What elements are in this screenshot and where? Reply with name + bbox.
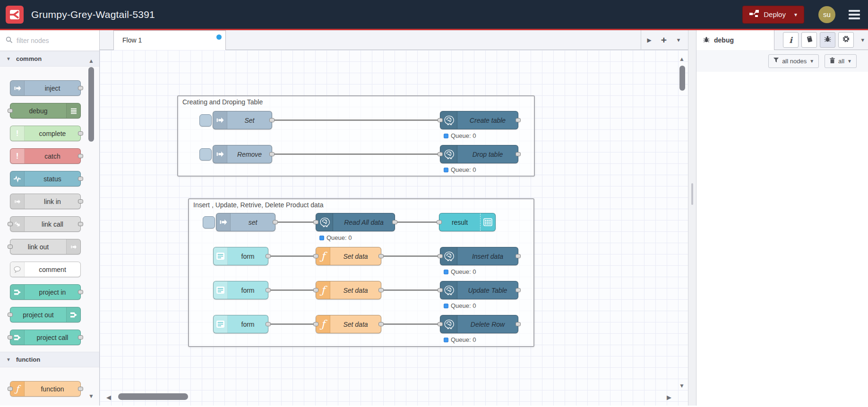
port-out[interactable] <box>516 288 521 292</box>
postgres-node-update-table[interactable]: Update Table <box>440 281 518 299</box>
deploy-button[interactable]: Deploy ▾ <box>742 6 804 24</box>
port-out[interactable] <box>269 118 275 122</box>
port-out[interactable] <box>516 152 521 156</box>
wire[interactable] <box>381 323 440 325</box>
palette-node-function[interactable]: ƒ function <box>10 381 81 397</box>
palette-node-project-out[interactable]: project out <box>10 307 81 322</box>
palette-node-catch[interactable]: ! catch <box>10 148 81 164</box>
port-in[interactable] <box>438 254 443 258</box>
debug-panel-button[interactable] <box>820 32 835 48</box>
port-in[interactable] <box>8 313 13 317</box>
wire[interactable] <box>272 119 440 121</box>
debug-clear-button[interactable]: all ▼ <box>825 54 857 68</box>
form-node[interactable]: form <box>213 247 268 265</box>
port-out[interactable] <box>516 118 521 122</box>
port-out[interactable] <box>392 220 397 224</box>
flow-list-caret-icon[interactable]: ▾ <box>672 30 685 50</box>
palette-scrollbar-thumb[interactable] <box>88 67 94 142</box>
port-in[interactable] <box>438 152 443 156</box>
port-out[interactable] <box>78 290 83 294</box>
wire[interactable] <box>268 323 316 325</box>
palette-category-function[interactable]: ▼ function <box>0 352 99 367</box>
wire[interactable] <box>268 255 316 257</box>
add-flow-button[interactable]: + <box>657 30 670 50</box>
function-node-set-data[interactable]: ƒ Set data <box>316 247 381 265</box>
postgres-node-read-all-data[interactable]: Read All data <box>316 213 395 231</box>
deploy-options-caret-icon[interactable]: ▾ <box>794 11 797 18</box>
wire[interactable] <box>272 153 440 155</box>
help-panel-button[interactable] <box>801 32 817 48</box>
sidebar-options-caret-icon[interactable]: ▾ <box>861 36 864 43</box>
sidebar-resize-separator[interactable] <box>688 30 696 406</box>
port-in[interactable] <box>8 109 13 113</box>
form-node[interactable]: form <box>213 281 268 299</box>
port-out[interactable] <box>266 288 271 292</box>
debug-node-result[interactable]: result <box>439 213 496 231</box>
palette-node-project-in[interactable]: project in <box>10 284 81 300</box>
port-out[interactable] <box>78 86 83 90</box>
port-out[interactable] <box>378 322 384 326</box>
form-node[interactable]: form <box>213 315 268 333</box>
function-node-set-data[interactable]: ƒ Set data <box>316 315 381 333</box>
port-in[interactable] <box>437 220 442 224</box>
flow-canvas[interactable]: Creating and Droping Table Set Create ta… <box>100 50 688 406</box>
postgres-node-delete-row[interactable]: Delete Row <box>440 315 518 333</box>
palette-scroll-down-icon[interactable]: ▼ <box>88 393 95 399</box>
port-out[interactable] <box>78 335 83 339</box>
inject-node-set[interactable]: Set <box>213 111 272 129</box>
palette-node-link-in[interactable]: link in <box>10 194 81 209</box>
palette-category-common[interactable]: ▼ common <box>0 51 99 67</box>
canvas-scroll-right-icon[interactable]: ▶ <box>667 394 671 401</box>
config-panel-button[interactable] <box>838 32 854 48</box>
wire[interactable] <box>395 221 439 223</box>
port-out[interactable] <box>266 254 271 258</box>
port-out[interactable] <box>78 387 83 391</box>
wire[interactable] <box>381 289 440 291</box>
separator-drag-handle-icon[interactable] <box>691 183 693 205</box>
port-out[interactable] <box>78 131 83 136</box>
port-in[interactable] <box>438 322 443 326</box>
port-out[interactable] <box>78 199 83 204</box>
wire[interactable] <box>268 289 316 291</box>
palette-node-complete[interactable]: ! complete <box>10 126 81 141</box>
port-out[interactable] <box>516 254 521 258</box>
canvas-scroll-down-icon[interactable]: ▼ <box>678 382 686 389</box>
main-menu-button[interactable] <box>849 10 860 19</box>
palette-node-link-out[interactable]: link out <box>10 239 81 254</box>
postgres-node-create-table[interactable]: Create table <box>440 111 518 129</box>
tab-scroll-right-icon[interactable]: ▶ <box>643 30 655 50</box>
port-out[interactable] <box>269 152 275 156</box>
port-out[interactable] <box>78 222 83 226</box>
port-out[interactable] <box>378 254 384 258</box>
tab-flow-1[interactable]: Flow 1 <box>113 30 226 50</box>
port-out[interactable] <box>273 220 278 224</box>
palette-node-link-call[interactable]: link call <box>10 216 81 232</box>
port-out[interactable] <box>266 322 271 326</box>
palette-node-status[interactable]: status <box>10 171 81 187</box>
port-out[interactable] <box>516 322 521 326</box>
inject-node-remove[interactable]: Remove <box>213 145 272 163</box>
palette-node-comment[interactable]: comment <box>10 262 81 277</box>
port-out[interactable] <box>78 154 83 158</box>
port-in[interactable] <box>8 245 13 249</box>
port-in[interactable] <box>8 335 13 339</box>
port-in[interactable] <box>438 118 443 122</box>
port-out[interactable] <box>78 177 83 181</box>
port-in[interactable] <box>313 322 318 326</box>
function-node-set-data[interactable]: ƒ Set data <box>316 281 381 299</box>
user-avatar[interactable]: su <box>818 6 835 23</box>
inject-button[interactable] <box>199 148 212 161</box>
canvas-hscrollbar-thumb[interactable] <box>118 393 188 400</box>
canvas-scroll-up-icon[interactable]: ▲ <box>678 56 686 62</box>
group-create-drop-table[interactable]: Creating and Droping Table <box>177 95 535 177</box>
canvas-vscrollbar-thumb[interactable] <box>679 66 685 91</box>
postgres-node-drop-table[interactable]: Drop table <box>440 145 518 163</box>
palette-scroll-up-icon[interactable]: ▲ <box>88 58 95 64</box>
inject-button[interactable] <box>203 216 215 229</box>
debug-filter-button[interactable]: all nodes ▼ <box>768 54 819 68</box>
palette-search[interactable]: filter nodes <box>0 30 99 51</box>
postgres-node-insert-data[interactable]: Insert data <box>440 247 518 265</box>
palette-node-project-call[interactable]: project call <box>10 330 81 345</box>
tab-debug[interactable]: debug <box>696 30 774 50</box>
port-out[interactable] <box>378 288 384 292</box>
